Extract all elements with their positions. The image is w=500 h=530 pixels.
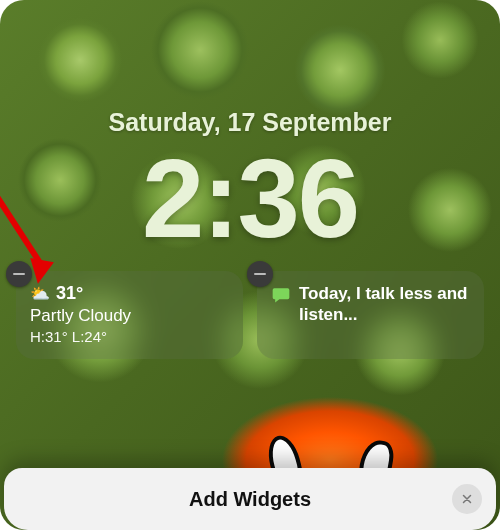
lockscreen-date[interactable]: Saturday, 17 September <box>14 108 486 137</box>
widgets-row: ⛅ 31° Partly Cloudy H:31° L:24° Today, I… <box>14 271 486 359</box>
annotation-arrow-head <box>26 258 54 286</box>
speech-bubble-icon <box>271 285 291 305</box>
weather-high-low: H:31° L:24° <box>30 328 229 345</box>
close-button[interactable] <box>452 484 482 514</box>
weather-widget[interactable]: ⛅ 31° Partly Cloudy H:31° L:24° <box>16 271 243 359</box>
close-icon <box>461 493 473 505</box>
sheet-title: Add Widgets <box>189 488 311 511</box>
affirmation-text: Today, I talk less and listen... <box>299 283 470 326</box>
lockscreen-time[interactable]: 2:36 <box>14 143 486 255</box>
weather-temp: 31° <box>56 283 83 304</box>
add-widgets-sheet[interactable]: Add Widgets <box>4 468 496 530</box>
weather-condition: Partly Cloudy <box>30 306 229 326</box>
remove-widget-button[interactable] <box>247 261 273 287</box>
partly-cloudy-icon: ⛅ <box>30 284 50 303</box>
affirmation-widget[interactable]: Today, I talk less and listen... <box>257 271 484 359</box>
